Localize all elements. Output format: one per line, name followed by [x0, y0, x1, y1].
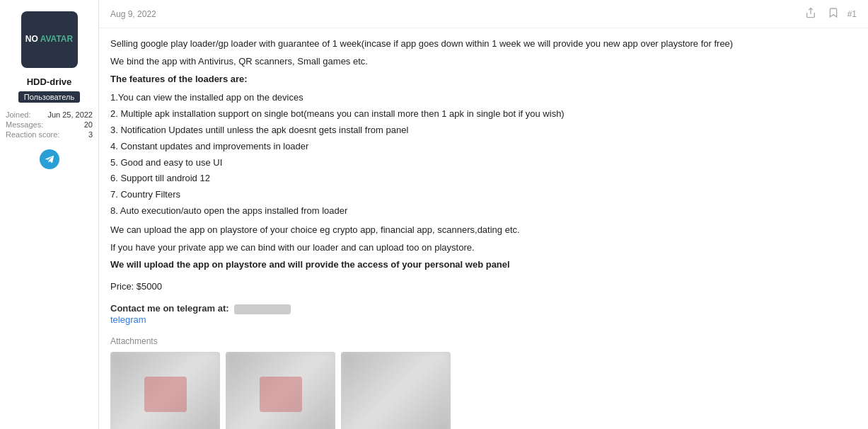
post-header: Aug 9, 2022 #1 [99, 0, 868, 28]
feature-1: 1.You can view the installed app on the … [110, 91, 857, 105]
feature-3: 3. Notification Updates untill unless th… [110, 123, 857, 138]
attachment-2[interactable] [226, 352, 335, 429]
user-sidebar: NO AVATAR HDD-drive Пользователь Joined:… [0, 0, 99, 429]
attachments-grid [110, 352, 857, 429]
user-meta: Joined: Jun 25, 2022 Messages: 20 Reacti… [6, 110, 93, 139]
feature-6: 6. Support till android 12 [110, 171, 857, 186]
post-number: #1 [847, 9, 857, 19]
feature-8: 8. Auto execution/auto open the apps ins… [110, 204, 857, 219]
reaction-value: 3 [88, 130, 93, 139]
reaction-label: Reaction score: [6, 130, 59, 139]
line2: We bind the app with Antivirus, QR scann… [110, 55, 857, 69]
telegram-icon[interactable] [40, 149, 59, 169]
feature-4: 4. Constant updates and improvements in … [110, 139, 857, 154]
feature-7: 7. Country Filters [110, 188, 857, 202]
feature-5: 5. Good and easy to use UI [110, 156, 857, 171]
post-text: Selling google play loader/gp loader wit… [110, 37, 857, 294]
joined-label: Joined: [6, 110, 30, 119]
messages-value: 20 [84, 120, 93, 129]
line-upload2: If you have your private app we can bind… [110, 241, 857, 256]
feature-2: 2. Multiple apk installation support on … [110, 107, 857, 122]
role-badge: Пользователь [18, 91, 80, 103]
attachment-3[interactable] [341, 352, 451, 429]
avatar-label-text: AVATAR [40, 34, 73, 44]
contact-label: Contact me on telegram at: [110, 303, 229, 314]
avatar-no-text: NO [25, 34, 38, 44]
post-actions: #1 [802, 6, 857, 22]
line-upload1: We can upload the app on playstore of yo… [110, 223, 857, 238]
redacted-handle [234, 304, 291, 314]
attachments-label: Attachments [110, 336, 857, 346]
features-list: 1.You can view the installed app on the … [110, 91, 857, 218]
telegram-link[interactable]: telegram [110, 314, 146, 325]
username: HDD-drive [27, 76, 72, 87]
post-body: Selling google play loader/gp loader wit… [99, 28, 868, 429]
main-content: Aug 9, 2022 #1 [99, 0, 868, 429]
price: Price: $5000 [110, 280, 857, 294]
line1: Selling google play loader/gp loader wit… [110, 37, 857, 52]
line3: The features of the loaders are: [110, 72, 857, 87]
contact-section: Contact me on telegram at: telegram [110, 303, 857, 325]
joined-value: Jun 25, 2022 [47, 110, 93, 119]
attachments-section: Attachments [110, 336, 857, 429]
bookmark-icon[interactable] [825, 6, 842, 22]
avatar: NO AVATAR [21, 11, 78, 68]
line-upload3: We will upload the app on playstore and … [110, 258, 857, 273]
share-icon[interactable] [802, 6, 819, 22]
post-date: Aug 9, 2022 [110, 9, 156, 19]
messages-label: Messages: [6, 120, 43, 129]
attachment-1[interactable] [110, 352, 220, 429]
